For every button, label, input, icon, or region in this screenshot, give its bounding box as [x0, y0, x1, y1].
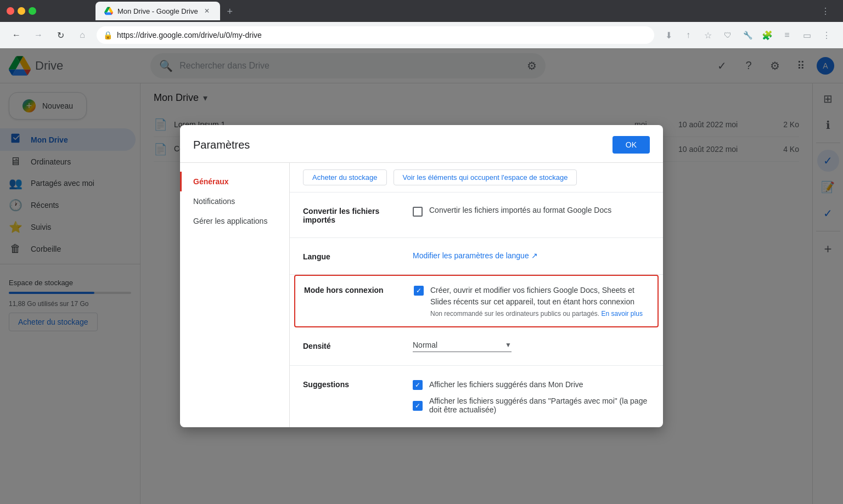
- settings-dialog: Paramètres OK Généraux Notifications Gér…: [180, 125, 663, 427]
- suggestion-1-text: Afficher les fichiers suggérés dans Mon …: [429, 380, 583, 389]
- convert-files-checkbox[interactable]: [413, 207, 423, 217]
- minimize-window-button[interactable]: [18, 7, 25, 15]
- language-label: Langue: [303, 251, 413, 261]
- reload-button[interactable]: ↻: [53, 27, 68, 43]
- url-text: https://drive.google.com/drive/u/0/my-dr…: [117, 31, 262, 39]
- external-link-icon: ↗: [531, 251, 538, 260]
- offline-description: Créer, ouvrir et modifier vos fichiers G…: [430, 285, 649, 318]
- forward-button[interactable]: →: [31, 27, 46, 43]
- density-row: Densité Normal ▼: [290, 327, 663, 366]
- dialog-nav-notifications[interactable]: Notifications: [180, 191, 289, 211]
- active-tab[interactable]: Mon Drive - Google Drive ✕: [95, 2, 220, 20]
- extension2-icon[interactable]: 🔧: [740, 27, 755, 43]
- convert-files-content: Convertir les fichiers importés au forma…: [413, 206, 650, 217]
- language-link[interactable]: Modifier les paramètres de langue ↗: [413, 251, 538, 260]
- browser-actions: ⬇ ↑ ☆ 🛡 🔧 🧩 ≡ ▭ ⋮: [661, 27, 834, 43]
- suggestions-row: Suggestions ✓ Afficher les fichiers sugg…: [290, 366, 663, 427]
- url-bar[interactable]: 🔒 https://drive.google.com/drive/u/0/my-…: [97, 26, 654, 44]
- offline-mode-checkbox[interactable]: ✓: [414, 286, 424, 296]
- suggestion-item-1: ✓ Afficher les fichiers suggérés dans Mo…: [413, 379, 650, 390]
- offline-mode-label: Mode hors connexion: [304, 285, 414, 295]
- learn-more-link[interactable]: En savoir plus: [602, 310, 643, 318]
- dialog-ok-button[interactable]: OK: [612, 136, 650, 154]
- suggestion-2-checkbox[interactable]: ✓: [413, 401, 423, 411]
- dialog-nav-manage-apps[interactable]: Gérer les applications: [180, 211, 289, 231]
- window-controls: [7, 7, 36, 15]
- title-bar: Mon Drive - Google Drive ✕ + ⋮: [0, 0, 843, 22]
- overlay: Paramètres OK Généraux Notifications Gér…: [0, 48, 843, 504]
- tab-close-button[interactable]: ✕: [203, 7, 211, 15]
- convert-files-label: Convertir les fichiers importés: [303, 206, 413, 224]
- new-tab-button[interactable]: +: [222, 4, 238, 19]
- dialog-content: Acheter du stockage Voir les éléments qu…: [290, 163, 663, 427]
- offline-warning: Non recommandé sur les ordinateurs publi…: [430, 310, 649, 318]
- address-bar: ← → ↻ ⌂ 🔒 https://drive.google.com/drive…: [0, 22, 843, 48]
- dialog-header: Paramètres OK: [180, 125, 663, 163]
- offline-desc-text: Créer, ouvrir et modifier vos fichiers G…: [430, 285, 649, 308]
- density-content: Normal ▼: [413, 341, 650, 352]
- suggestions-label: Suggestions: [303, 379, 413, 389]
- maximize-window-button[interactable]: [29, 7, 36, 15]
- density-select[interactable]: Normal ▼: [413, 341, 512, 352]
- tab-bar: Mon Drive - Google Drive ✕ +: [52, 2, 817, 20]
- dialog-body: Généraux Notifications Gérer les applica…: [180, 163, 663, 427]
- home-button[interactable]: ⌂: [75, 27, 90, 43]
- dialog-title: Paramètres: [193, 139, 250, 151]
- bookmark-icon[interactable]: ☆: [700, 27, 716, 43]
- suggestion-item-2: ✓ Afficher les fichiers suggérés dans "P…: [413, 397, 650, 414]
- buy-storage-dialog-button[interactable]: Acheter du stockage: [303, 169, 387, 185]
- language-row: Langue Modifier les paramètres de langue…: [290, 238, 663, 275]
- convert-files-text: Convertir les fichiers importés au forma…: [429, 206, 611, 214]
- density-label: Densité: [303, 341, 413, 350]
- suggestion-2-text: Afficher les fichiers suggérés dans "Par…: [429, 397, 650, 414]
- language-link-text: Modifier les paramètres de langue: [413, 251, 529, 260]
- sidebar-icon[interactable]: ▭: [799, 27, 814, 43]
- dialog-sidebar: Généraux Notifications Gérer les applica…: [180, 163, 290, 427]
- close-window-button[interactable]: [7, 7, 14, 15]
- convert-files-row: Convertir les fichiers importés Converti…: [290, 192, 663, 238]
- back-button[interactable]: ←: [9, 27, 24, 43]
- suggestion-1-checkbox[interactable]: ✓: [413, 380, 423, 390]
- tab-title: Mon Drive - Google Drive: [117, 7, 198, 15]
- suggestions-content: ✓ Afficher les fichiers suggérés dans Mo…: [413, 379, 650, 414]
- extensions-icon[interactable]: 🧩: [760, 27, 775, 43]
- app-container: Drive 🔍 Rechercher dans Drive ⚙ ✓ ? ⚙ ⠿ …: [0, 48, 843, 504]
- suggestions-list: ✓ Afficher les fichiers suggérés dans Mo…: [413, 379, 650, 414]
- storage-actions-bar: Acheter du stockage Voir les éléments qu…: [290, 163, 663, 192]
- more-tools-icon[interactable]: ⋮: [819, 27, 834, 43]
- browser-menu-icon[interactable]: ⋮: [821, 6, 830, 16]
- lock-icon: 🔒: [103, 31, 113, 39]
- language-content: Modifier les paramètres de langue ↗: [413, 251, 650, 260]
- view-storage-button[interactable]: Voir les éléments qui occupent l'espace …: [394, 169, 577, 185]
- density-dropdown-icon: ▼: [505, 341, 512, 349]
- offline-warning-text: Non recommandé sur les ordinateurs publi…: [430, 310, 599, 318]
- share-icon[interactable]: ↑: [681, 27, 696, 43]
- offline-mode-row: Mode hors connexion ✓ Créer, ouvrir et m…: [294, 275, 659, 327]
- download-icon[interactable]: ⬇: [661, 27, 676, 43]
- density-value: Normal: [413, 341, 501, 349]
- extension1-icon[interactable]: 🛡: [720, 27, 735, 43]
- offline-mode-content: ✓ Créer, ouvrir et modifier vos fichiers…: [414, 285, 649, 318]
- drive-tab-favicon: [104, 7, 113, 15]
- profile-icon[interactable]: ≡: [779, 27, 795, 43]
- dialog-nav-general[interactable]: Généraux: [180, 172, 289, 191]
- browser-chrome: Mon Drive - Google Drive ✕ + ⋮ ← → ↻ ⌂ 🔒…: [0, 0, 843, 48]
